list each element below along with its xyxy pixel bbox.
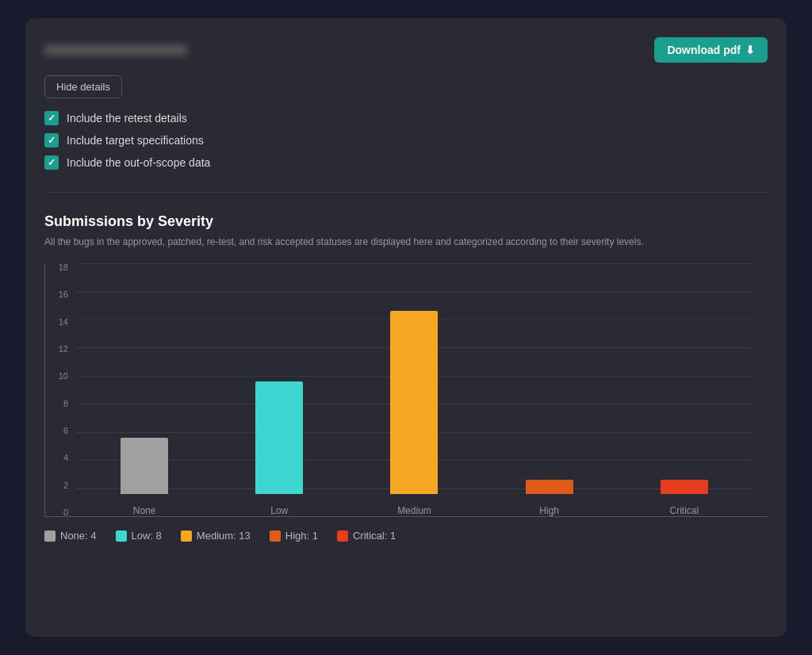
checkbox-target-label: Include target specifications bbox=[67, 134, 204, 147]
bar-label-high: High bbox=[539, 505, 559, 516]
legend-color-swatch bbox=[270, 531, 281, 542]
checkbox-retest[interactable] bbox=[44, 111, 59, 125]
legend-color-swatch bbox=[337, 531, 348, 542]
legend-item: Medium: 13 bbox=[181, 530, 251, 542]
bars-container: NoneLowMediumHighCritical bbox=[77, 263, 752, 516]
legend-label: High: 1 bbox=[285, 530, 318, 542]
download-pdf-button[interactable]: Download pdf ⬇ bbox=[654, 37, 768, 63]
breadcrumb bbox=[44, 44, 187, 56]
checkbox-scope[interactable] bbox=[44, 155, 59, 170]
legend-item: Critical: 1 bbox=[337, 530, 396, 542]
checkbox-row-scope[interactable]: Include the out-of-scope data bbox=[44, 155, 768, 170]
hide-details-label: Hide details bbox=[56, 81, 110, 93]
breadcrumb-text bbox=[44, 44, 187, 56]
legend-label: Low: 8 bbox=[132, 530, 162, 542]
bar-none bbox=[121, 438, 168, 494]
bar-low bbox=[255, 381, 303, 494]
bar-group-none: None bbox=[121, 438, 168, 516]
divider bbox=[44, 192, 768, 193]
bar-label-none: None bbox=[133, 505, 156, 516]
chart-container: 024681012141618 NoneLowMediumHighCritica… bbox=[44, 263, 768, 517]
bar-high bbox=[526, 480, 573, 494]
bar-group-high: High bbox=[526, 480, 573, 516]
bar-group-medium: Medium bbox=[390, 311, 438, 516]
checkbox-scope-label: Include the out-of-scope data bbox=[67, 156, 210, 169]
hide-details-button[interactable]: Hide details bbox=[44, 75, 122, 98]
bar-label-medium: Medium bbox=[397, 505, 431, 516]
chart-legend: None: 4Low: 8Medium: 13High: 1Critical: … bbox=[44, 530, 768, 542]
bar-label-critical: Critical bbox=[670, 505, 699, 516]
checkboxes-section: Include the retest details Include targe… bbox=[44, 111, 768, 170]
bar-label-low: Low bbox=[270, 505, 288, 516]
legend-color-swatch bbox=[116, 531, 127, 542]
download-icon: ⬇ bbox=[745, 44, 755, 56]
legend-item: None: 4 bbox=[44, 530, 97, 542]
legend-label: None: 4 bbox=[60, 530, 97, 542]
legend-item: Low: 8 bbox=[116, 530, 162, 542]
legend-item: High: 1 bbox=[270, 530, 318, 542]
legend-color-swatch bbox=[44, 531, 56, 542]
chart-section: Submissions by Severity All the bugs in … bbox=[44, 205, 768, 550]
bar-critical bbox=[661, 480, 708, 494]
checkbox-target[interactable] bbox=[44, 133, 59, 147]
legend-label: Medium: 13 bbox=[197, 530, 251, 542]
checkbox-row-target[interactable]: Include target specifications bbox=[44, 133, 768, 147]
bar-medium bbox=[390, 311, 438, 494]
bar-group-low: Low bbox=[255, 381, 303, 516]
legend-color-swatch bbox=[181, 531, 192, 542]
chart-wrapper: NoneLowMediumHighCritical bbox=[44, 263, 768, 517]
bar-group-critical: Critical bbox=[661, 480, 708, 516]
legend-label: Critical: 1 bbox=[353, 530, 396, 542]
download-label: Download pdf bbox=[667, 44, 741, 56]
chart-title: Submissions by Severity bbox=[44, 213, 768, 230]
main-container: Download pdf ⬇ Hide details Include the … bbox=[25, 18, 787, 637]
checkbox-row-retest[interactable]: Include the retest details bbox=[44, 111, 768, 125]
checkbox-retest-label: Include the retest details bbox=[67, 112, 187, 124]
header-row: Download pdf ⬇ bbox=[44, 37, 768, 63]
chart-description: All the bugs in the approved, patched, r… bbox=[44, 236, 768, 247]
